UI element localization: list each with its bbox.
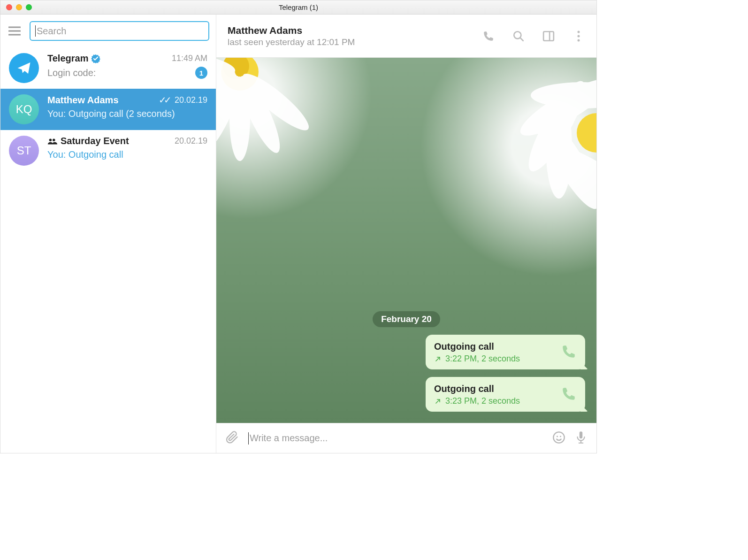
search-icon: [512, 30, 525, 42]
microphone-icon: [575, 430, 587, 445]
call-meta: 3:22 PM, 2 seconds: [445, 354, 520, 364]
conversation-name: Matthew Adams: [228, 25, 355, 36]
svg-point-0: [49, 138, 52, 141]
chat-list: Telegram 11:49 AM Login code: 1 KQ: [0, 47, 216, 453]
svg-point-24: [557, 436, 558, 437]
side-panel-button[interactable]: [542, 30, 555, 43]
svg-rect-3: [543, 31, 554, 41]
chat-name: Matthew Adams: [47, 95, 119, 106]
emoji-icon: [552, 431, 565, 444]
date-separator: February 20: [373, 311, 440, 327]
titlebar: Telegram (1): [0, 0, 596, 15]
paperclip-icon: [226, 431, 239, 444]
svg-point-25: [560, 436, 561, 437]
search-input[interactable]: [37, 26, 204, 37]
more-vertical-icon: [577, 30, 580, 42]
text-cursor: [35, 25, 36, 37]
messages: February 20 Outgoing call 3:22 PM, 2 sec…: [216, 58, 596, 423]
outgoing-arrow-icon: [434, 355, 442, 363]
chat-preview: Login code:: [47, 68, 96, 78]
chat-item-telegram[interactable]: Telegram 11:49 AM Login code: 1: [0, 47, 216, 89]
chat-time: 20.02.19: [175, 136, 207, 146]
outgoing-arrow-icon: [434, 398, 442, 405]
chat-preview: You: Outgoing call (2 seconds): [47, 108, 175, 119]
avatar: KQ: [9, 94, 39, 124]
more-button[interactable]: [572, 30, 585, 43]
svg-rect-26: [580, 431, 582, 438]
group-icon: [47, 138, 58, 145]
call-meta: 3:23 PM, 2 seconds: [445, 396, 520, 406]
conversation-header: Matthew Adams last seen yesterday at 12:…: [216, 15, 596, 58]
hamburger-icon: [8, 26, 21, 36]
conversation-status: last seen yesterday at 12:01 PM: [228, 37, 355, 47]
text-cursor: [248, 432, 249, 445]
message-placeholder: Write a message...: [250, 433, 328, 444]
chat-preview: You: Outgoing call: [47, 149, 123, 160]
emoji-button[interactable]: [552, 431, 565, 446]
chat-time: 11:49 AM: [172, 54, 207, 63]
call-message[interactable]: Outgoing call 3:23 PM, 2 seconds: [426, 377, 585, 412]
menu-button[interactable]: [5, 22, 24, 40]
telegram-icon: [15, 60, 32, 77]
phone-icon: [482, 30, 495, 42]
svg-point-1: [53, 138, 55, 141]
svg-point-23: [553, 432, 564, 443]
call-message[interactable]: Outgoing call 3:22 PM, 2 seconds: [426, 335, 585, 369]
attach-button[interactable]: [226, 431, 239, 446]
read-checks-icon: ✓✓: [159, 94, 169, 106]
call-title: Outgoing call: [434, 384, 520, 394]
app-window: Telegram (1): [0, 0, 597, 453]
chat-name: Saturday Event: [61, 136, 129, 146]
chat-item-saturday-event[interactable]: ST Saturday Event 20.02.19 You: Outgoing…: [0, 130, 216, 171]
phone-icon: [561, 344, 577, 361]
chat-item-matthew-adams[interactable]: KQ Matthew Adams ✓✓ 20.02.19 You: Outgoi…: [0, 89, 216, 130]
svg-point-5: [578, 35, 580, 37]
svg-point-6: [578, 39, 580, 41]
window-title: Telegram (1): [0, 3, 596, 11]
avatar: [9, 53, 39, 83]
svg-point-4: [578, 31, 580, 33]
search-input-wrapper[interactable]: [30, 21, 209, 41]
search-in-chat-button[interactable]: [512, 30, 525, 43]
conversation-pane: Matthew Adams last seen yesterday at 12:…: [216, 15, 596, 453]
verified-icon: [91, 54, 100, 63]
chat-time: 20.02.19: [175, 95, 207, 105]
composer: Write a message...: [216, 423, 596, 453]
sidebar: Telegram 11:49 AM Login code: 1 KQ: [0, 15, 216, 453]
chat-name: Telegram: [47, 53, 88, 64]
chat-area: February 20 Outgoing call 3:22 PM, 2 sec…: [216, 58, 596, 423]
unread-badge: 1: [195, 67, 207, 79]
panel-icon: [542, 30, 555, 42]
avatar: ST: [9, 136, 39, 166]
call-button[interactable]: [482, 30, 495, 43]
phone-icon: [561, 386, 577, 404]
voice-button[interactable]: [575, 430, 587, 446]
message-input[interactable]: Write a message...: [248, 432, 543, 445]
call-title: Outgoing call: [434, 341, 520, 352]
